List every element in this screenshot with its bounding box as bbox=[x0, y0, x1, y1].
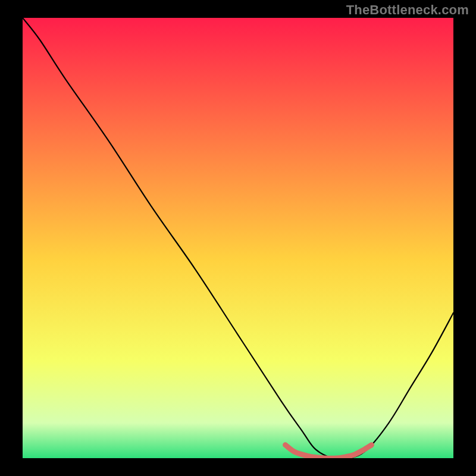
watermark-label: TheBottleneck.com bbox=[346, 2, 469, 18]
bottleneck-chart bbox=[0, 0, 476, 476]
chart-container: TheBottleneck.com bbox=[0, 0, 476, 476]
chart-gradient-bg bbox=[23, 18, 453, 458]
